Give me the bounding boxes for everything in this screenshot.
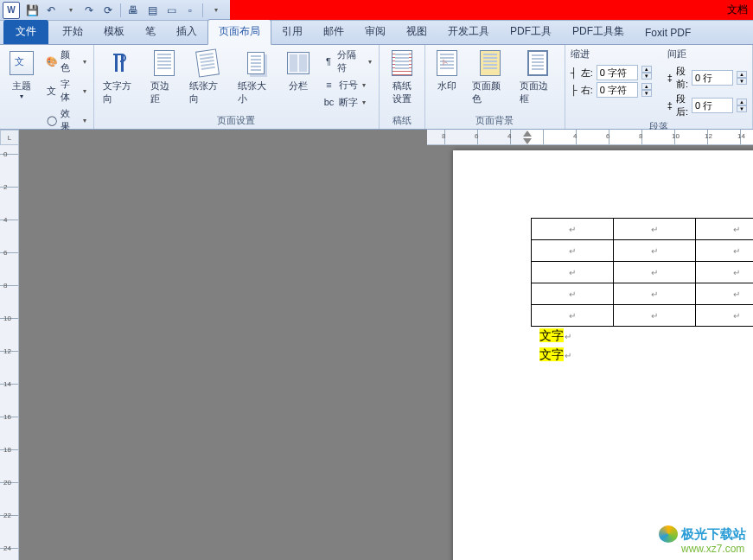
margin-icon: [150, 49, 178, 77]
watermark-name: 极光下载站: [681, 526, 746, 543]
tab-view[interactable]: 视图: [396, 20, 437, 44]
indent-right-icon: ├: [571, 85, 578, 95]
theme-color-button[interactable]: 🎨颜色: [43, 48, 87, 75]
table-row[interactable]: ↵↵↵: [532, 283, 754, 305]
text-direction-button[interactable]: 文字方向: [99, 48, 143, 107]
tab-home[interactable]: 开始: [52, 20, 93, 44]
preview-icon[interactable]: ▤: [144, 3, 160, 18]
watermark-icon: A: [433, 49, 461, 77]
group-page-setup: 文字方向 页边距 纸张方向 纸张大小 分栏 ¶分隔符 ≡行号 bc断字 页面设置: [94, 45, 380, 129]
spacing-before-down[interactable]: ▼: [737, 78, 747, 85]
tab-pen[interactable]: 笔: [135, 20, 166, 44]
left-gray-pane: L 02468101214161820222426: [0, 130, 427, 560]
undo-dropdown[interactable]: [62, 3, 78, 18]
indent-left-label: 左:: [581, 67, 593, 80]
columns-button[interactable]: 分栏: [282, 48, 315, 94]
hyphen-icon: bc: [322, 95, 336, 109]
new-icon[interactable]: ▫: [182, 3, 198, 18]
document-page[interactable]: ↵↵↵ ↵↵↵ ↵↵↵ ↵↵↵ ↵↵↵ 文字↵ 文字↵: [453, 150, 753, 560]
manuscript-button[interactable]: 稿纸 设置: [385, 48, 419, 107]
themes-label: 主题: [12, 80, 31, 92]
tab-template[interactable]: 模板: [93, 20, 135, 44]
ribbon-tabs: 文件 开始 模板 笔 插入 页面布局 引用 邮件 审阅 视图 开发工具 PDF工…: [0, 21, 753, 45]
table-row[interactable]: ↵↵↵: [532, 305, 754, 327]
indent-left-down[interactable]: ▼: [641, 73, 652, 80]
margin-button[interactable]: 页边距: [147, 48, 181, 107]
spacing-after-up[interactable]: ▲: [737, 99, 747, 105]
line-number-button[interactable]: ≡行号: [321, 77, 373, 92]
qat-more-icon[interactable]: [207, 3, 223, 18]
group-manuscript-label: 稿纸: [385, 112, 419, 129]
tab-pdf-set[interactable]: PDF工具集: [562, 20, 635, 44]
ruler-corner[interactable]: L: [0, 130, 19, 145]
columns-icon: [284, 49, 312, 77]
open-icon[interactable]: ▭: [163, 3, 179, 18]
ribbon: 主题 ▾ 🎨颜色 文字体 ◯效果 主题 文字方向 页边距 纸张方向 纸张大小 分…: [0, 45, 753, 130]
tab-file[interactable]: 文件: [3, 20, 48, 44]
svg-rect-1: [121, 54, 124, 72]
title-redbar: 文档: [230, 0, 753, 20]
watermark-logo-icon: [659, 525, 678, 543]
tab-pdf-tool[interactable]: PDF工具: [500, 20, 562, 44]
spacing-header: 间距: [667, 48, 747, 60]
workarea: L 02468101214161820222426 86446810121416…: [0, 130, 753, 560]
indent-right-input[interactable]: [597, 82, 638, 98]
app-icon: W: [3, 2, 20, 19]
vertical-ruler[interactable]: 02468101214161820222426: [0, 145, 19, 560]
palette-icon: 🎨: [45, 54, 58, 68]
horizontal-ruler[interactable]: 8644681012141618: [427, 130, 753, 145]
tab-mail[interactable]: 邮件: [313, 20, 354, 44]
spacing-before-up[interactable]: ▲: [737, 71, 747, 78]
indent-right-down[interactable]: ▼: [641, 90, 652, 97]
spacing-after-down[interactable]: ▼: [737, 105, 747, 112]
save-icon[interactable]: 💾: [24, 3, 40, 18]
orientation-icon: [194, 49, 221, 77]
theme-font-button[interactable]: 文字体: [43, 77, 87, 105]
tab-dev[interactable]: 开发工具: [437, 20, 500, 44]
spacing-after-label: 段后:: [676, 92, 688, 118]
group-pagesetup-label: 页面设置: [99, 112, 373, 129]
paper-size-button[interactable]: 纸张大小: [234, 48, 278, 107]
hyphen-button[interactable]: bc断字: [321, 94, 373, 110]
indent-left-input[interactable]: [597, 65, 638, 80]
print-icon[interactable]: 🖶: [125, 3, 141, 18]
themes-button[interactable]: 主题 ▾: [5, 48, 38, 102]
refresh-icon[interactable]: ⟳: [100, 3, 116, 18]
spacing-before-icon: ‡: [667, 73, 673, 83]
table-row[interactable]: ↵↵↵: [532, 262, 754, 283]
spacing-before-input[interactable]: [692, 70, 733, 86]
group-paragraph: 缩进 ┤ 左: ▲▼ ├ 右: ▲▼ 间距 ‡ 段前:: [565, 45, 753, 129]
watermark-button[interactable]: A水印: [431, 48, 463, 94]
doc-table[interactable]: ↵↵↵ ↵↵↵ ↵↵↵ ↵↵↵ ↵↵↵: [531, 218, 753, 327]
page-border-button[interactable]: 页面边框: [516, 48, 558, 107]
watermark-url: www.xz7.com: [681, 543, 746, 555]
manuscript-icon: [388, 49, 416, 77]
font-icon: 文: [45, 84, 58, 98]
group-theme: 主题 ▾ 🎨颜色 文字体 ◯效果 主题: [0, 45, 94, 129]
table-row[interactable]: ↵↵↵: [532, 219, 754, 240]
indent-left-up[interactable]: ▲: [641, 66, 652, 73]
hanging-indent-icon[interactable]: [523, 138, 532, 144]
first-line-indent-icon[interactable]: [523, 130, 532, 137]
undo-icon[interactable]: ↶: [43, 3, 59, 18]
titlebar: W 💾 ↶ ↷ ⟳ 🖶 ▤ ▭ ▫ 文档: [0, 0, 753, 21]
linenum-icon: ≡: [322, 78, 336, 92]
breaks-button[interactable]: ¶分隔符: [321, 48, 373, 75]
page-color-button[interactable]: 页面颜色: [469, 48, 511, 107]
tab-page-layout[interactable]: 页面布局: [207, 19, 271, 45]
tab-insert[interactable]: 插入: [166, 20, 207, 44]
tab-foxit[interactable]: Foxit PDF: [635, 22, 701, 44]
tab-review[interactable]: 审阅: [354, 20, 396, 44]
page-border-icon: [524, 49, 552, 77]
table-row[interactable]: ↵↵↵: [532, 240, 754, 262]
tab-reference[interactable]: 引用: [271, 20, 313, 44]
indent-left-icon: ┤: [571, 67, 578, 78]
doc-text-line-1[interactable]: 文字↵: [539, 328, 571, 344]
indent-header: 缩进: [571, 48, 652, 60]
spacing-before-label: 段前:: [676, 65, 688, 91]
orientation-button[interactable]: 纸张方向: [186, 48, 229, 107]
spacing-after-input[interactable]: [692, 98, 733, 113]
indent-right-up[interactable]: ▲: [641, 83, 652, 90]
redo-icon[interactable]: ↷: [81, 3, 97, 18]
doc-text-line-2[interactable]: 文字↵: [539, 347, 571, 363]
